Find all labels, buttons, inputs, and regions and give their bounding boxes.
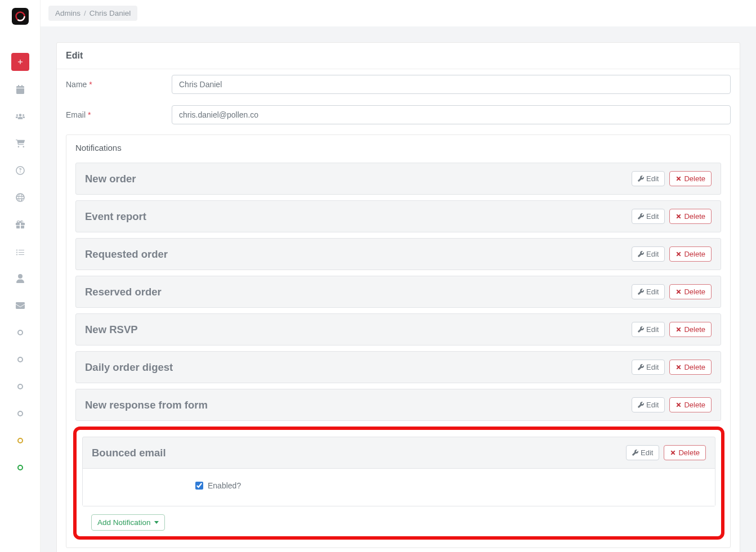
notification-item: New response from formEditDelete — [75, 389, 721, 421]
wrench-icon — [638, 289, 644, 295]
notification-title: Event report — [85, 210, 146, 223]
notification-item: Daily order digestEditDelete — [75, 351, 721, 383]
notification-item: Reserved orderEditDelete — [75, 276, 721, 308]
status-circle-2[interactable] — [10, 351, 30, 368]
add-notification-button[interactable]: Add Notification — [91, 514, 165, 531]
highlight-box: Bounced email Edit Delete — [73, 427, 724, 540]
app-logo[interactable] — [12, 8, 29, 25]
notification-item: New RSVPEditDelete — [75, 313, 721, 345]
close-icon — [676, 364, 682, 370]
delete-button[interactable]: Delete — [669, 322, 712, 337]
list-icon[interactable] — [10, 243, 30, 260]
notification-title: Bounced email — [92, 447, 166, 459]
edit-button[interactable]: Edit — [632, 322, 665, 337]
notification-item: Requested orderEditDelete — [75, 238, 721, 270]
caret-down-icon — [154, 521, 159, 524]
edit-card: Edit Name * Email * Notifications New or… — [56, 42, 740, 552]
email-label: Email * — [66, 110, 172, 119]
close-icon — [670, 450, 676, 456]
delete-button[interactable]: Delete — [669, 246, 712, 262]
breadcrumb-parent[interactable]: Admins — [55, 9, 80, 17]
name-label: Name * — [66, 80, 172, 89]
calendar-icon[interactable] — [10, 81, 30, 98]
add-button[interactable] — [11, 53, 29, 71]
notification-title: Daily order digest — [85, 361, 173, 374]
notification-title: Reserved order — [85, 286, 162, 298]
enabled-label: Enabled? — [208, 481, 241, 490]
wrench-icon — [638, 176, 644, 182]
delete-button[interactable]: Delete — [669, 360, 712, 375]
wrench-icon — [638, 251, 644, 257]
edit-button[interactable]: Edit — [632, 397, 665, 412]
status-circle-yellow[interactable] — [10, 432, 30, 449]
enabled-checkbox[interactable] — [195, 482, 203, 490]
topbar: Admins / Chris Daniel — [41, 0, 756, 26]
notifications-heading: Notifications — [66, 135, 730, 158]
edit-button[interactable]: Edit — [626, 445, 659, 460]
edit-button[interactable]: Edit — [632, 246, 665, 262]
users-icon[interactable] — [10, 108, 30, 125]
status-circle-4[interactable] — [10, 405, 30, 422]
notification-title: New RSVP — [85, 324, 138, 336]
close-icon — [676, 402, 682, 408]
mail-icon[interactable] — [10, 297, 30, 314]
edit-button[interactable]: Edit — [632, 171, 665, 186]
close-icon — [676, 213, 682, 219]
cart-icon[interactable] — [10, 135, 30, 152]
user-icon[interactable] — [10, 270, 30, 287]
breadcrumb-sep: / — [84, 9, 86, 17]
sidebar — [0, 0, 41, 552]
globe-icon[interactable] — [10, 189, 30, 206]
help-icon[interactable] — [10, 162, 30, 179]
close-icon — [676, 176, 682, 182]
edit-heading: Edit — [57, 43, 740, 69]
edit-button[interactable]: Edit — [632, 284, 665, 299]
notification-title: New order — [85, 173, 136, 185]
wrench-icon — [632, 450, 638, 456]
delete-button[interactable]: Delete — [669, 209, 712, 224]
status-circle-green[interactable] — [10, 459, 30, 476]
status-circle-3[interactable] — [10, 378, 30, 395]
notification-item: Event reportEditDelete — [75, 200, 721, 232]
wrench-icon — [638, 213, 644, 219]
email-input[interactable] — [172, 105, 731, 124]
notification-item-expanded: Bounced email Edit Delete — [82, 437, 715, 506]
delete-button[interactable]: Delete — [669, 284, 712, 299]
delete-button[interactable]: Delete — [669, 171, 712, 186]
notification-title: New response from form — [85, 399, 208, 411]
notification-body: Enabled? — [83, 468, 715, 506]
close-icon — [676, 289, 682, 295]
main-area: Admins / Chris Daniel Edit Name * Email … — [41, 0, 756, 552]
name-input[interactable] — [172, 75, 731, 94]
wrench-icon — [638, 402, 644, 408]
delete-button[interactable]: Delete — [664, 445, 706, 460]
status-circle-1[interactable] — [10, 324, 30, 341]
delete-button[interactable]: Delete — [669, 397, 712, 412]
notification-item: New orderEditDelete — [75, 163, 721, 195]
close-icon — [676, 326, 682, 333]
edit-button[interactable]: Edit — [632, 360, 665, 375]
breadcrumb: Admins / Chris Daniel — [48, 6, 137, 21]
wrench-icon — [638, 364, 644, 370]
wrench-icon — [638, 326, 644, 333]
breadcrumb-current: Chris Daniel — [90, 9, 131, 17]
gift-icon[interactable] — [10, 216, 30, 233]
close-icon — [676, 251, 682, 257]
notifications-panel: Notifications New orderEditDeleteEvent r… — [66, 134, 731, 548]
notification-title: Requested order — [85, 248, 168, 261]
edit-button[interactable]: Edit — [632, 209, 665, 224]
